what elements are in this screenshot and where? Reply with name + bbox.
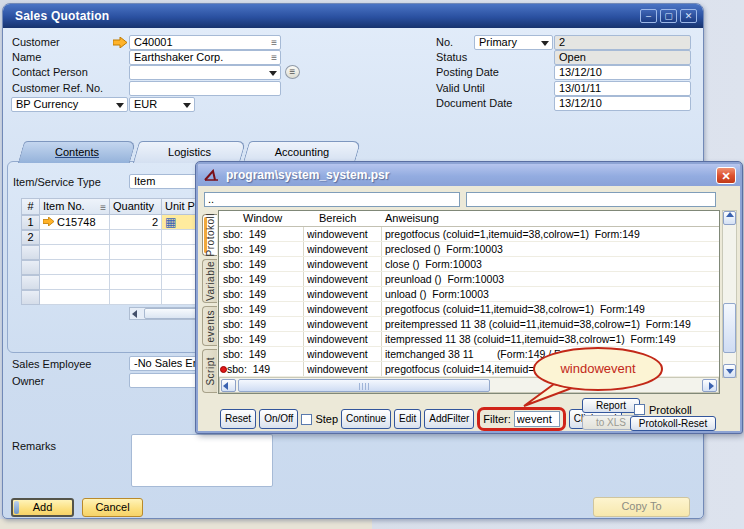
currency-select[interactable]: EUR [129, 97, 195, 112]
item-no-cell[interactable] [40, 230, 110, 245]
log-row[interactable]: sbo: 149 windowevent preunload () Form:1… [219, 272, 719, 287]
log-row[interactable]: sbo: 149 windowevent pregotfocus (coluid… [219, 362, 719, 377]
scrollbar-thumb[interactable] [723, 303, 736, 353]
quantity-cell[interactable] [110, 290, 162, 305]
row-number-cell[interactable] [21, 290, 40, 305]
status-field: Open [554, 50, 691, 65]
item-no-cell[interactable] [40, 260, 110, 275]
scrollbar-thumb[interactable] [238, 379, 490, 392]
quantity-cell[interactable] [110, 260, 162, 275]
row-number-cell[interactable]: 1 [21, 215, 40, 230]
quantity-cell[interactable] [110, 275, 162, 290]
row-number-cell[interactable] [21, 275, 40, 290]
continue-button[interactable]: Continue [341, 409, 391, 429]
series-select[interactable]: Primary [474, 35, 553, 50]
grid-picker-icon[interactable]: ▦ [165, 215, 176, 229]
scroll-down-icon[interactable] [723, 364, 736, 378]
maximize-icon[interactable]: ▢ [660, 9, 677, 23]
on-off-button[interactable]: On/Off [259, 409, 298, 429]
item-no-cell[interactable] [40, 275, 110, 290]
add-filter-button[interactable]: AddFilter [424, 409, 474, 429]
log-row[interactable]: sbo: 149 windowevent preitempressed 11 3… [219, 317, 719, 332]
contact-menu-button[interactable]: ≡ [285, 65, 300, 79]
link-arrow-icon[interactable] [43, 217, 55, 226]
name-field[interactable]: Earthshaker Corp. ≡ [129, 50, 281, 65]
filter-input[interactable] [514, 411, 560, 427]
bp-currency-select[interactable]: BP Currency [11, 97, 128, 112]
document-date-field[interactable]: 13/12/10 [554, 96, 691, 111]
field-menu-icon[interactable]: ≡ [271, 51, 277, 64]
item-no-cell[interactable] [40, 245, 110, 260]
customer-ref-label: Customer Ref. No. [12, 82, 103, 94]
log-row[interactable]: sbo: 149 windowevent unload () Form:1000… [219, 287, 719, 302]
item-no-cell[interactable]: C15748 [40, 215, 110, 230]
chevron-down-icon[interactable] [269, 71, 277, 80]
event-log-list: Window Bereich Anweisung sbo: 149 window… [218, 210, 720, 394]
copy-to-button: Copy To [593, 497, 690, 517]
owner-label: Owner [12, 375, 44, 387]
close-icon[interactable]: ✕ [680, 9, 697, 23]
tab-logistics[interactable]: Logistics [133, 141, 246, 163]
scroll-left-icon[interactable] [132, 310, 137, 318]
field-menu-icon[interactable]: ≡ [271, 36, 277, 49]
row-number-cell[interactable]: 2 [21, 230, 40, 245]
scroll-left-icon[interactable] [221, 379, 236, 392]
debugger-window: program\system_system.psr ✕ .. Protokoll… [196, 162, 742, 433]
add-button[interactable]: Add [11, 498, 74, 517]
debugger-app-icon [204, 169, 220, 182]
scroll-right-icon[interactable] [702, 379, 717, 392]
quantity-cell[interactable]: 2 [110, 215, 162, 230]
step-checkbox[interactable] [301, 414, 312, 425]
quantity-cell[interactable] [110, 230, 162, 245]
minimize-icon[interactable]: – [640, 9, 657, 23]
protokoll-checkbox[interactable] [634, 404, 645, 415]
col-header-item-no: Item No. ≡ [39, 198, 110, 215]
log-row[interactable]: sbo: 149 windowevent close () Form:10003 [219, 257, 719, 272]
tab-variable[interactable]: Variable [202, 259, 217, 303]
contact-person-label: Contact Person [12, 66, 88, 78]
cancel-button[interactable]: Cancel [82, 498, 143, 517]
desktop: Sales Quotation – ▢ ✕ Customer C40001 ≡ … [0, 0, 744, 529]
step-label: Step [315, 413, 338, 425]
chevron-down-icon [183, 103, 191, 112]
path-field[interactable]: .. [204, 192, 460, 207]
protokoll-label: Protokoll [649, 404, 692, 416]
customer-ref-field[interactable] [129, 81, 281, 96]
log-row[interactable]: sbo: 149 windowevent pregotfocus (coluid… [219, 302, 719, 317]
log-row[interactable]: sbo: 149 windowevent itempressed 11 38 (… [219, 332, 719, 347]
tab-contents[interactable]: Contents [18, 141, 136, 163]
valid-until-field[interactable]: 13/01/11 [554, 81, 691, 96]
tab-accounting[interactable]: Accounting [243, 141, 361, 163]
remarks-textarea[interactable] [131, 434, 273, 487]
report-button[interactable]: Report [582, 398, 640, 413]
log-vscrollbar[interactable] [722, 210, 737, 378]
log-hscrollbar[interactable] [219, 377, 719, 393]
close-icon[interactable]: ✕ [716, 167, 736, 184]
tab-protokoll[interactable]: Protokoll [202, 214, 217, 256]
contact-person-field[interactable] [129, 65, 281, 80]
column-menu-icon[interactable]: ≡ [100, 200, 106, 215]
row-number-cell[interactable] [21, 260, 40, 275]
doc-number-field: 2 [554, 35, 691, 50]
tab-script[interactable]: Script [202, 349, 217, 393]
protokoll-reset-button[interactable]: Protokoll-Reset [630, 416, 716, 431]
log-row[interactable]: sbo: 149 windowevent itemchanged 38 11 (… [219, 347, 719, 362]
debugger-toolbar: Reset On/Off Step Continue Edit AddFilte… [220, 408, 622, 430]
col-header-num: # [21, 198, 40, 215]
col-header-anweisung: Anweisung [385, 211, 439, 226]
filter-label: Filter: [483, 413, 511, 425]
quantity-cell[interactable] [110, 245, 162, 260]
row-number-cell[interactable] [21, 245, 40, 260]
filter-highlight-annotation: Filter: [477, 407, 566, 431]
link-arrow-icon[interactable] [113, 37, 128, 48]
edit-button[interactable]: Edit [394, 409, 421, 429]
posting-date-field[interactable]: 13/12/10 [554, 65, 691, 80]
customer-field[interactable]: C40001 ≡ [129, 35, 281, 50]
tab-events[interactable]: events [202, 306, 217, 346]
item-no-cell[interactable] [40, 290, 110, 305]
log-row[interactable]: sbo: 149 windowevent pregotfocus (coluid… [219, 227, 719, 242]
log-row[interactable]: sbo: 149 windowevent preclosed () Form:1… [219, 242, 719, 257]
scroll-up-icon[interactable] [723, 211, 736, 225]
reset-button[interactable]: Reset [220, 409, 256, 429]
secondary-field[interactable] [466, 192, 716, 207]
